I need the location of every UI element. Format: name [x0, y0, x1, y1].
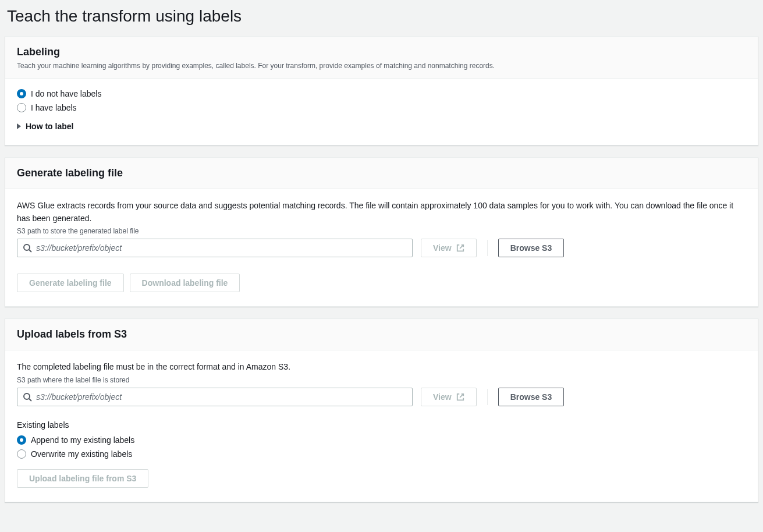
external-link-icon: [456, 244, 464, 252]
radio-icon-selected: [17, 435, 26, 445]
download-labeling-file-button[interactable]: Download labeling file: [130, 274, 240, 292]
radio-overwrite[interactable]: Overwrite my existing labels: [17, 449, 746, 459]
download-labeling-file-label: Download labeling file: [142, 278, 228, 288]
existing-labels-label: Existing labels: [17, 420, 746, 430]
divider: [487, 389, 488, 405]
radio-have-labels[interactable]: I have labels: [17, 103, 746, 112]
external-link-icon: [456, 393, 464, 401]
upload-body-text: The completed labeling file must be in t…: [17, 361, 746, 374]
generate-caption: S3 path to store the generated label fil…: [17, 227, 746, 235]
radio-append[interactable]: Append to my existing labels: [17, 435, 746, 445]
radio-no-labels-label: I do not have labels: [31, 89, 101, 98]
divider: [487, 240, 488, 256]
labeling-title: Labeling: [17, 46, 746, 58]
generate-title: Generate labeling file: [17, 167, 746, 179]
how-to-label-toggle[interactable]: How to label: [17, 122, 746, 131]
generate-panel: Generate labeling file AWS Glue extracts…: [5, 157, 758, 307]
search-icon: [23, 392, 32, 402]
generate-input-row: View Browse S3: [17, 239, 746, 257]
svg-point-0: [24, 244, 30, 250]
svg-point-2: [24, 393, 30, 399]
upload-caption: S3 path where the label file is stored: [17, 376, 746, 384]
generate-s3-input-wrap: [17, 239, 413, 257]
svg-line-1: [29, 250, 31, 252]
generate-browse-button[interactable]: Browse S3: [498, 239, 565, 257]
upload-s3-input-wrap: [17, 388, 413, 406]
radio-have-labels-label: I have labels: [31, 103, 77, 112]
generate-labeling-file-button[interactable]: Generate labeling file: [17, 274, 124, 292]
upload-view-button[interactable]: View: [421, 388, 477, 406]
generate-btn-row: Generate labeling file Download labeling…: [17, 274, 746, 292]
upload-labeling-file-label: Upload labeling file from S3: [29, 474, 136, 483]
radio-icon: [17, 449, 26, 459]
generate-labeling-file-label: Generate labeling file: [29, 278, 112, 288]
generate-body: AWS Glue extracts records from your sour…: [5, 189, 758, 306]
generate-view-button[interactable]: View: [421, 239, 477, 257]
page-title: Teach the transform using labels: [7, 7, 758, 26]
upload-body: The completed labeling file must be in t…: [5, 350, 758, 502]
existing-labels-radio-group: Append to my existing labels Overwrite m…: [17, 435, 746, 459]
upload-btn-row: Upload labeling file from S3: [17, 469, 746, 488]
upload-labeling-file-button[interactable]: Upload labeling file from S3: [17, 469, 148, 488]
radio-icon: [17, 103, 26, 112]
upload-title: Upload labels from S3: [17, 328, 746, 341]
caret-right-icon: [17, 123, 21, 129]
radio-overwrite-label: Overwrite my existing labels: [31, 449, 132, 459]
generate-view-label: View: [433, 243, 452, 253]
how-to-label-label: How to label: [26, 122, 73, 131]
upload-s3-input[interactable]: [17, 388, 413, 406]
generate-body-text: AWS Glue extracts records from your sour…: [17, 200, 746, 225]
radio-append-label: Append to my existing labels: [31, 435, 134, 445]
upload-browse-label: Browse S3: [510, 392, 552, 402]
labeling-subtitle: Teach your machine learning algorithms b…: [17, 61, 746, 71]
upload-browse-button[interactable]: Browse S3: [498, 388, 565, 406]
generate-browse-label: Browse S3: [510, 243, 552, 253]
labeling-panel: Labeling Teach your machine learning alg…: [5, 36, 758, 146]
generate-s3-input[interactable]: [17, 239, 413, 257]
search-icon: [23, 243, 32, 253]
labeling-radio-group: I do not have labels I have labels: [17, 89, 746, 112]
upload-view-label: View: [433, 392, 452, 402]
radio-icon-selected: [17, 89, 26, 98]
upload-panel: Upload labels from S3 The completed labe…: [5, 318, 758, 502]
labeling-header: Labeling Teach your machine learning alg…: [5, 37, 758, 79]
radio-no-labels[interactable]: I do not have labels: [17, 89, 746, 98]
svg-line-3: [29, 399, 31, 401]
generate-header: Generate labeling file: [5, 158, 758, 189]
labeling-body: I do not have labels I have labels How t…: [5, 79, 758, 145]
upload-header: Upload labels from S3: [5, 319, 758, 350]
upload-input-row: View Browse S3: [17, 388, 746, 406]
